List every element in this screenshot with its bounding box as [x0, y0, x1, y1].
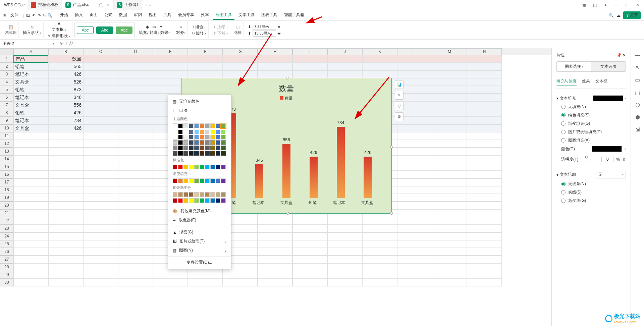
cell[interactable] — [397, 70, 432, 78]
menu-开始[interactable]: 开始 — [57, 11, 71, 20]
share-button[interactable]: ⇪ 分享 — [623, 11, 641, 19]
select-all-corner[interactable] — [0, 48, 13, 55]
cell[interactable] — [118, 256, 153, 263]
cell[interactable] — [83, 263, 118, 271]
tab-workbook1[interactable]: S工作簿1 — [114, 0, 143, 10]
cell[interactable] — [467, 94, 502, 101]
cell[interactable] — [432, 256, 467, 263]
cell[interactable] — [432, 94, 467, 101]
cell[interactable] — [467, 202, 502, 209]
cell[interactable] — [223, 271, 258, 279]
color-swatch[interactable] — [200, 146, 204, 150]
color-swatch[interactable] — [194, 165, 199, 169]
cell[interactable] — [362, 248, 397, 256]
color-swatch[interactable] — [194, 140, 199, 145]
cell[interactable] — [397, 256, 432, 263]
effect-icon[interactable]: ✦ — [159, 24, 163, 29]
cell[interactable] — [188, 55, 223, 63]
cell[interactable] — [83, 117, 118, 124]
cell[interactable] — [48, 217, 83, 225]
cell[interactable] — [83, 171, 118, 178]
cell[interactable] — [467, 124, 502, 132]
outline-radio[interactable] — [561, 199, 566, 203]
cell[interactable] — [83, 109, 118, 117]
cell[interactable] — [13, 194, 48, 202]
color-swatch[interactable] — [189, 178, 194, 183]
cell[interactable] — [83, 209, 118, 217]
color-swatch[interactable] — [189, 192, 194, 197]
cell[interactable] — [83, 55, 118, 63]
cell[interactable] — [83, 163, 118, 171]
color-swatch[interactable] — [205, 135, 210, 140]
cell[interactable] — [432, 163, 467, 171]
cell[interactable]: 426 — [48, 124, 83, 132]
cell[interactable] — [83, 178, 118, 186]
cell[interactable] — [83, 101, 118, 109]
cell[interactable] — [223, 70, 258, 78]
menu-dropdown-icon[interactable]: ≡ — [3, 13, 6, 18]
side-select-icon[interactable]: ↖ — [635, 64, 640, 71]
cell[interactable] — [118, 248, 153, 256]
cell[interactable] — [397, 155, 432, 163]
cell[interactable]: 526 — [48, 78, 83, 86]
color-swatch[interactable] — [194, 198, 199, 203]
cell[interactable] — [118, 186, 153, 194]
cell[interactable] — [118, 155, 153, 163]
cell[interactable] — [118, 94, 153, 101]
row-header[interactable]: 11 — [0, 132, 13, 140]
chart-bar[interactable]: 346 — [255, 164, 263, 198]
cell[interactable]: 产品 — [13, 55, 48, 63]
cell[interactable] — [48, 186, 83, 194]
no-fill-option[interactable]: ▧无填充颜色 — [168, 97, 231, 106]
color-swatch[interactable] — [210, 140, 215, 145]
cell[interactable] — [118, 225, 153, 232]
cell[interactable] — [118, 263, 153, 271]
cell[interactable] — [432, 132, 467, 140]
cell[interactable] — [432, 78, 467, 86]
cell[interactable] — [223, 279, 258, 286]
cell[interactable] — [48, 132, 83, 140]
row-header[interactable]: 26 — [0, 248, 13, 256]
cell[interactable] — [432, 124, 467, 132]
row-header[interactable]: 4 — [0, 78, 13, 86]
cell[interactable] — [432, 217, 467, 225]
cell[interactable] — [327, 263, 362, 271]
print-icon[interactable]: ⎙ — [43, 13, 45, 18]
tab-product[interactable]: S产品.xlsx◯✕ — [62, 0, 114, 10]
cell[interactable] — [397, 178, 432, 186]
cell[interactable] — [397, 148, 432, 155]
cell[interactable] — [432, 279, 467, 286]
cell[interactable]: 873 — [48, 86, 83, 94]
cell[interactable] — [397, 279, 432, 286]
cell[interactable] — [188, 279, 223, 286]
cell[interactable] — [432, 70, 467, 78]
cell[interactable] — [258, 271, 292, 279]
cell[interactable] — [397, 55, 432, 63]
row-header[interactable]: 28 — [0, 263, 13, 271]
cell[interactable] — [397, 132, 432, 140]
cell[interactable] — [118, 232, 153, 240]
cell[interactable] — [258, 232, 292, 240]
row-header[interactable]: 8 — [0, 109, 13, 117]
menu-智能工具箱[interactable]: 智能工具箱 — [281, 11, 307, 20]
color-swatch[interactable] — [189, 135, 194, 140]
color-swatch[interactable] — [221, 151, 226, 156]
color-swatch[interactable] — [173, 140, 177, 145]
cell[interactable] — [292, 55, 327, 63]
color-swatch[interactable] — [210, 198, 215, 203]
menu-插入[interactable]: 插入 — [72, 11, 86, 20]
cell[interactable] — [258, 55, 292, 63]
color-swatch[interactable] — [194, 151, 199, 156]
cell[interactable] — [432, 202, 467, 209]
color-swatch[interactable] — [216, 198, 220, 203]
color-swatch[interactable] — [178, 192, 183, 197]
cell[interactable] — [397, 225, 432, 232]
color-swatch[interactable] — [183, 178, 188, 183]
color-swatch[interactable] — [216, 135, 220, 140]
cell[interactable] — [258, 256, 292, 263]
cell[interactable] — [432, 171, 467, 178]
cell[interactable] — [48, 225, 83, 232]
save-icon[interactable]: 🖫 — [26, 13, 30, 18]
maximize-button[interactable]: □ — [624, 3, 630, 7]
cell[interactable] — [83, 78, 118, 86]
